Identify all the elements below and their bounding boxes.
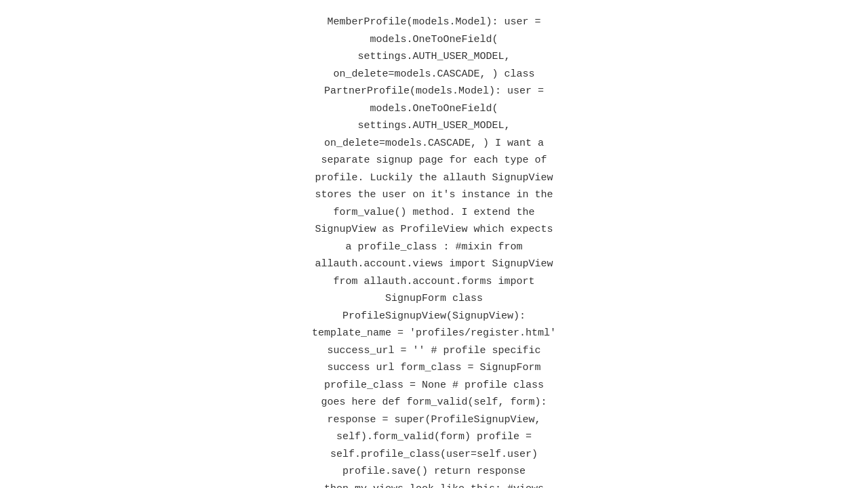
text-line: response = super(ProfileSignupView, <box>156 411 712 429</box>
main-content: MemberProfile(models.Model): user =model… <box>129 0 739 488</box>
code-text-block: MemberProfile(models.Model): user =model… <box>156 14 712 488</box>
text-line: success_url = '' # profile specific <box>156 342 712 360</box>
text-line: profile_class = None # profile class <box>156 377 712 394</box>
text-line: on_delete=models.CASCADE, ) I want a <box>156 135 712 152</box>
text-line: a profile_class : #mixin from <box>156 239 712 256</box>
text-line: form_value() method. I extend the <box>156 204 712 222</box>
text-line: SignupView as ProfileView which expects <box>156 221 712 239</box>
text-line: settings.AUTH_USER_MODEL, <box>156 117 712 135</box>
text-line: from allauth.account.forms import <box>156 273 712 291</box>
text-line: on_delete=models.CASCADE, ) class <box>156 66 712 83</box>
text-line: goes here def form_valid(self, form): <box>156 394 712 411</box>
text-line: template_name = 'profiles/register.html' <box>156 325 712 342</box>
text-line: ProfileSignupView(SignupView): <box>156 308 712 325</box>
text-line: models.OneToOneField( <box>156 31 712 49</box>
text-line: profile.save() return response <box>156 463 712 481</box>
text-line: separate signup page for each type of <box>156 152 712 169</box>
text-line: allauth.account.views import SignupView <box>156 256 712 273</box>
text-line: stores the user on it's instance in the <box>156 186 712 204</box>
text-line: profile. Luckily the allauth SignupView <box>156 169 712 187</box>
text-line: self).form_valid(form) profile = <box>156 428 712 446</box>
text-line: then my views look like this: #views <box>156 481 712 489</box>
text-container: MemberProfile(models.Model): user =model… <box>156 14 712 488</box>
text-line: PartnerProfile(models.Model): user = <box>156 83 712 100</box>
text-line: SignupForm class <box>156 290 712 308</box>
text-line: settings.AUTH_USER_MODEL, <box>156 48 712 66</box>
text-line: success url form_class = SignupForm <box>156 359 712 377</box>
text-line: MemberProfile(models.Model): user = <box>156 14 712 31</box>
text-line: models.OneToOneField( <box>156 100 712 118</box>
text-line: self.profile_class(user=self.user) <box>156 446 712 464</box>
